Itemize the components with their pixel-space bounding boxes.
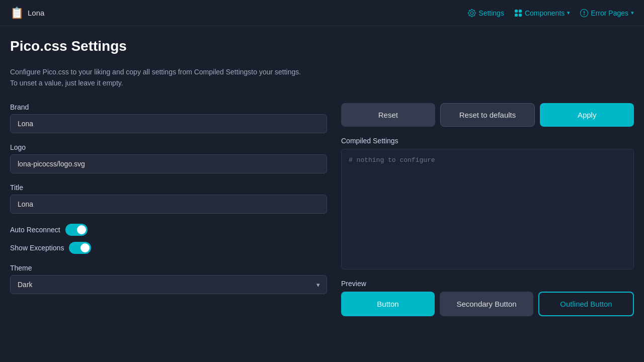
auto-reconnect-label: Auto Reconnect [10, 226, 60, 234]
brand-input[interactable] [10, 114, 327, 133]
compiled-settings-section: Compiled Settings # nothing to configure [341, 137, 634, 269]
error-pages-nav-item[interactable]: Error Pages ▾ [580, 9, 634, 17]
theme-label: Theme [10, 264, 327, 272]
page-title: Pico.css Settings [10, 38, 634, 54]
settings-nav-item[interactable]: Settings [468, 9, 504, 17]
main-layout: Brand Logo Title Auto Reconnect [10, 103, 634, 316]
auto-reconnect-group: Auto Reconnect [10, 224, 327, 236]
navbar: 📋 Lona Settings Components ▾ Error Pages… [0, 0, 644, 26]
description-line1: Configure Pico.css to your liking and co… [10, 66, 634, 77]
settings-nav-label: Settings [478, 9, 504, 17]
preview-label: Preview [341, 280, 634, 288]
compiled-settings-label: Compiled Settings [341, 137, 634, 145]
logo-field-group: Logo [10, 143, 327, 173]
compiled-settings-box: # nothing to configure [341, 149, 634, 269]
right-panel: Reset Reset to defaults Apply Compiled S… [341, 103, 634, 316]
show-exceptions-group: Show Exceptions [10, 242, 327, 254]
compiled-settings-content: # nothing to configure [349, 156, 435, 164]
navbar-right: Settings Components ▾ Error Pages ▾ [468, 9, 634, 17]
preview-secondary-button[interactable]: Secondary Button [440, 292, 533, 316]
apply-button[interactable]: Apply [540, 103, 634, 127]
navbar-brand[interactable]: 📋 Lona [10, 7, 44, 20]
title-input[interactable] [10, 195, 327, 214]
title-label: Title [10, 184, 327, 192]
logo-input[interactable] [10, 154, 327, 173]
page-content: Pico.css Settings Configure Pico.css to … [0, 26, 644, 326]
components-dropdown-arrow-icon: ▾ [567, 10, 570, 16]
page-description: Configure Pico.css to your liking and co… [10, 66, 634, 89]
theme-field-group: Theme Dark Light ▾ [10, 264, 327, 294]
app-name: Lona [28, 9, 44, 17]
preview-outlined-button[interactable]: Outlined Button [538, 292, 634, 316]
preview-buttons: Button Secondary Button Outlined Button [341, 292, 634, 316]
logo-label: Logo [10, 143, 327, 151]
reset-button[interactable]: Reset [341, 103, 435, 127]
preview-section: Preview Button Secondary Button Outlined… [341, 280, 634, 316]
auto-reconnect-toggle[interactable] [65, 224, 88, 236]
brand-field-group: Brand [10, 103, 327, 133]
show-exceptions-label: Show Exceptions [10, 244, 64, 252]
components-icon [514, 9, 522, 17]
brand-label: Brand [10, 103, 327, 111]
components-nav-item[interactable]: Components ▾ [514, 9, 570, 17]
theme-select[interactable]: Dark Light [10, 275, 327, 294]
description-line2: To unset a value, just leave it empty. [10, 77, 634, 88]
settings-icon [468, 9, 476, 17]
show-exceptions-toggle[interactable] [69, 242, 91, 254]
theme-select-wrapper: Dark Light ▾ [10, 275, 327, 294]
components-nav-label: Components [525, 9, 565, 17]
error-pages-dropdown-arrow-icon: ▾ [631, 10, 634, 16]
error-pages-nav-label: Error Pages [591, 9, 628, 17]
error-pages-icon [580, 9, 588, 17]
action-buttons: Reset Reset to defaults Apply [341, 103, 634, 127]
preview-primary-button[interactable]: Button [341, 292, 435, 316]
left-panel: Brand Logo Title Auto Reconnect [10, 103, 327, 316]
app-logo-icon: 📋 [10, 7, 24, 20]
reset-defaults-button[interactable]: Reset to defaults [440, 103, 535, 127]
title-field-group: Title [10, 184, 327, 214]
